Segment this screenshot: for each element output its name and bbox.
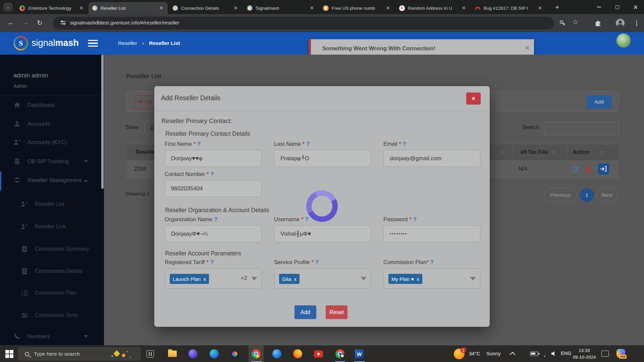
volume-icon[interactable] — [551, 350, 558, 357]
service-chip[interactable]: Gitax — [279, 274, 300, 284]
commission-chip[interactable]: My Plan ♥x — [388, 274, 422, 284]
login-as-reseller-button[interactable] — [598, 164, 609, 175]
sidebar-item-commission-details[interactable]: Commission Details — [21, 268, 82, 275]
firefox-icon[interactable] — [293, 349, 302, 358]
search-input[interactable] — [544, 122, 619, 135]
tab-close-icon[interactable]: ✕ — [309, 5, 315, 11]
column-header-e9-tax-file[interactable]: e9 Tax File — [521, 149, 548, 155]
extensions-puzzle-icon[interactable] — [594, 19, 602, 26]
weather-icon[interactable]: 1 — [454, 349, 465, 359]
pagination-page-1-button[interactable]: 1 — [580, 188, 594, 202]
window-maximize-button[interactable] — [610, 0, 625, 14]
first-name-input[interactable]: Donjaay♥♥φ — [165, 150, 262, 167]
copilot-icon[interactable]: PRE — [616, 349, 625, 358]
new-tab-button[interactable]: + — [553, 3, 561, 12]
help-icon[interactable]: ? — [214, 216, 217, 222]
chip-remove-icon[interactable]: x — [203, 276, 206, 282]
service-profile-select[interactable]: Gitax — [274, 268, 371, 289]
bookmark-star-icon[interactable]: ☆ — [572, 18, 579, 26]
sort-icon[interactable]: ↑↓ — [600, 149, 604, 155]
site-info-icon[interactable] — [60, 21, 66, 24]
help-icon[interactable]: ? — [315, 259, 319, 265]
tab-bug-12817[interactable]: Bug #12817: OB SIP t ✕ — [472, 2, 546, 14]
sidebar-item-ob-sip-trunking[interactable]: OB SIP Trunking — [13, 158, 69, 165]
tab-free-us-phone[interactable]: Free US phone numb ✕ — [320, 2, 394, 14]
taskbar-search-box[interactable]: Type here to search — [18, 348, 140, 360]
notification-center-icon[interactable] — [601, 351, 609, 357]
toast-close-icon[interactable]: × — [525, 43, 530, 53]
modal-add-button[interactable]: Add — [294, 305, 316, 319]
help-icon[interactable]: ? — [211, 171, 214, 177]
chrome-icon[interactable] — [252, 349, 261, 358]
help-icon[interactable]: ? — [403, 141, 406, 147]
language-indicator[interactable]: ENG — [561, 351, 571, 356]
help-icon[interactable]: ? — [210, 259, 214, 265]
user-avatar[interactable] — [616, 34, 631, 48]
chip-remove-icon[interactable]: x — [294, 276, 297, 282]
username-input[interactable]: Vishal╫μΦ♥ — [274, 225, 371, 242]
delete-trash-icon[interactable] — [585, 166, 591, 173]
tab-close-icon[interactable]: ✕ — [232, 5, 239, 11]
tab-search-chevron-icon[interactable]: ⌄ — [3, 3, 13, 11]
back-icon[interactable]: ← — [7, 19, 14, 26]
help-icon[interactable]: ? — [306, 141, 310, 147]
tab-close-icon[interactable]: ✕ — [385, 5, 391, 11]
forward-icon[interactable]: → — [22, 19, 29, 26]
battery-icon[interactable] — [530, 352, 538, 356]
sidebar-item-reseller-management[interactable]: Reseller Management — [13, 177, 82, 183]
tariff-chip[interactable]: Launch Planx — [170, 274, 209, 284]
tab-close-icon[interactable]: ✕ — [78, 5, 85, 11]
browser-profile-avatar[interactable] — [616, 19, 625, 27]
last-name-input[interactable]: Pratapφ╙D — [274, 150, 371, 167]
tab-reseller-list[interactable]: S Reseller List ✕ — [89, 2, 168, 14]
contact-number-input[interactable]: 9602035404 — [165, 180, 262, 197]
pagination-next-button[interactable]: Next — [596, 188, 618, 202]
tab-connection-details[interactable]: S Connection Details ✕ — [169, 2, 242, 14]
help-icon[interactable]: ? — [430, 259, 434, 265]
commission-plan-select[interactable]: My Plan ♥x — [383, 268, 480, 289]
edge-browser-icon[interactable] — [210, 349, 219, 358]
organization-name-input[interactable]: DonjaayΦ♥¬¼ — [165, 225, 262, 242]
reload-icon[interactable]: ↻ — [37, 19, 43, 27]
breadcrumb-parent[interactable]: Reseller — [118, 40, 137, 46]
registered-tariff-select[interactable]: Launch Planx +2 — [165, 268, 262, 289]
help-icon[interactable]: ? — [197, 141, 201, 147]
task-view-icon[interactable] — [147, 350, 154, 358]
column-header-reseller[interactable]: Reseller — [136, 149, 156, 155]
sidebar-item-accounts[interactable]: Accounts — [13, 120, 50, 127]
tab-close-icon[interactable]: ✕ — [461, 5, 467, 11]
microphone-icon[interactable] — [521, 350, 527, 358]
browser-menu-icon[interactable] — [636, 19, 637, 26]
sidebar-item-reseller-list[interactable]: Reseller List — [21, 201, 64, 207]
tab-random-address[interactable]: R Random Address In U ✕ — [396, 2, 470, 14]
zen-app-icon[interactable] — [272, 349, 281, 358]
sidebar-item-commission-summary[interactable]: Commission Summary — [21, 246, 89, 252]
window-minimize-button[interactable] — [592, 0, 606, 14]
weather-condition[interactable]: Sunny — [486, 351, 501, 356]
wifi-icon[interactable] — [541, 350, 548, 357]
clock[interactable]: 13:33 09-10-2024 — [572, 347, 597, 360]
word-icon[interactable]: W — [355, 350, 364, 358]
youtube-icon[interactable] — [314, 350, 323, 358]
pagination-previous-button[interactable]: Previous — [544, 188, 577, 202]
tray-expand-chevron-icon[interactable] — [510, 352, 516, 358]
sidebar-scrollbar[interactable] — [101, 55, 104, 189]
sidebar-item-numbers[interactable]: Numbers — [13, 333, 50, 340]
file-explorer-icon[interactable] — [168, 351, 177, 357]
email-input[interactable]: donjaay@gmail.com — [383, 150, 480, 167]
column-header-action[interactable]: Action — [573, 149, 589, 155]
chrome-profile-icon[interactable] — [335, 349, 344, 358]
modal-close-button[interactable]: ✕ — [466, 93, 481, 105]
tab-gventure[interactable]: GVenture Technology ✕ — [16, 2, 88, 14]
tab-close-icon[interactable]: ✕ — [158, 5, 164, 11]
url-text[interactable]: signalmashdbtest.gventure.info/#/reselle… — [70, 20, 179, 25]
password-key-icon[interactable] — [559, 19, 566, 27]
sidebar-item-reseller-link[interactable]: Reseller Link — [21, 224, 66, 230]
help-icon[interactable]: ? — [413, 216, 417, 222]
weather-temp[interactable]: 34°C — [469, 351, 480, 356]
window-close-button[interactable] — [628, 0, 643, 14]
url-bar[interactable]: signalmashdbtest.gventure.info/#/reselle… — [53, 17, 554, 29]
help-icon[interactable]: ? — [305, 216, 309, 222]
edit-icon[interactable] — [572, 166, 579, 173]
sidebar-item-commission-term[interactable]: Commission Term — [21, 312, 78, 318]
